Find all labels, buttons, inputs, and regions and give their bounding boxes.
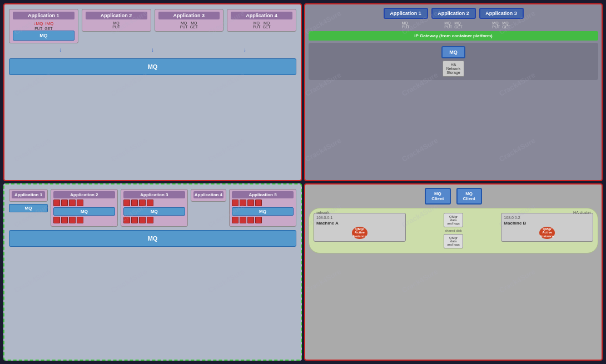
network-label: network: [316, 211, 330, 215]
tr-mq-inner: MQ: [441, 46, 465, 58]
bl-app3: Application 3 MQ: [121, 189, 188, 227]
bl-apps-row: Application 1 MQ Application 2 MQ: [9, 189, 296, 227]
machine-a-box: 168.0.0.1 Machine A QMgrActiveInstance: [314, 213, 406, 242]
tl-apps-row: Application 1 ↓MQ ↑MQ PUTGET MQ Applicat…: [9, 9, 296, 43]
top-left-panel: Application 1 ↓MQ ↑MQ PUTGET MQ Applicat…: [3, 3, 302, 181]
ha-storage-box: HA Network Storage: [443, 61, 465, 77]
bl-mq-bar: MQ: [9, 230, 296, 247]
main-grid: Application 1 ↓MQ ↑MQ PUTGET MQ Applicat…: [0, 0, 606, 364]
bl-app1-col: Application 1 MQ: [9, 189, 48, 213]
app-box-2: Application 2 MQPUT: [82, 9, 151, 32]
app4-title: Application 4: [231, 12, 292, 19]
ha-cluster-label: HA cluster: [573, 211, 591, 215]
arrow-down-2: ↓: [59, 47, 62, 53]
machine-a-title: Machine A: [316, 221, 403, 226]
tr-app1: Application 1: [384, 8, 428, 19]
app-box-3: Application 3 MQPUTMQGET: [155, 9, 224, 32]
disk-box-2: QMgr data and logs: [444, 234, 463, 248]
shared-disk-label: shared disk: [445, 229, 462, 232]
machine-a-ip: 168.0.0.1: [316, 216, 403, 220]
machine-b-box: 168.0.0.2 Machine B QMgrActiveInstance: [501, 213, 593, 242]
bottom-left-panel: Application 1 MQ Application 2 MQ: [3, 183, 302, 361]
bl-app4-col: Application 4: [191, 189, 226, 202]
mq-client-1: MQ Client: [425, 188, 450, 205]
bottom-right-panel: MQ Client MQ Client network HA cluster 1…: [304, 183, 603, 361]
bl-app5: Application 5 MQ: [229, 189, 296, 227]
bl-app2: Application 2 MQ: [51, 189, 118, 227]
mq-client-2: MQ Client: [456, 188, 482, 205]
app-box-4: Application 4 MQPUTMQGET: [227, 9, 296, 32]
app1-mq-inner: MQ: [13, 31, 74, 41]
bl-app1: Application 1: [9, 189, 48, 202]
qmgr-a: QMgrActiveInstance: [352, 227, 367, 239]
tr-app3: Application 3: [479, 8, 524, 19]
top-right-panel: Application 1 Application 2 Application …: [304, 3, 603, 181]
shared-disk-area: QMgr data and logs shared disk QMgr data…: [410, 213, 497, 248]
tr-mq-labels: MQPUT MQPUT MQGET MQPUT MQGET: [309, 21, 598, 29]
arrow-down-4: ↓: [244, 47, 246, 53]
app3-title: Application 3: [158, 12, 220, 19]
machine-b-title: Machine B: [504, 221, 590, 226]
tr-apps-row: Application 1 Application 2 Application …: [309, 8, 598, 19]
ip-gateway-bar: IP Gateway (from container platform): [309, 31, 598, 41]
app1-arrows: ↓MQ ↑MQ: [13, 21, 74, 26]
tl-mq-bar: MQ: [9, 58, 296, 75]
disk-box-1: QMgr data and logs: [444, 213, 463, 227]
tr-app2: Application 2: [431, 8, 476, 19]
br-clients-row: MQ Client MQ Client: [309, 188, 598, 205]
app1-title: Application 1: [13, 12, 74, 19]
app2-title: Application 2: [86, 12, 147, 19]
machine-b-ip: 168.0.0.2: [504, 216, 590, 220]
tr-inner-box: MQ HA Network Storage: [309, 43, 598, 80]
arrow-down-3: ↓: [151, 47, 154, 53]
ha-cluster-area: network HA cluster 168.0.0.1 Machine A Q…: [309, 208, 598, 253]
qmgr-b: QMgrActiveInstance: [539, 227, 555, 239]
app-box-1: Application 1 ↓MQ ↑MQ PUTGET MQ: [9, 9, 78, 43]
bl-app4: Application 4: [191, 189, 226, 202]
